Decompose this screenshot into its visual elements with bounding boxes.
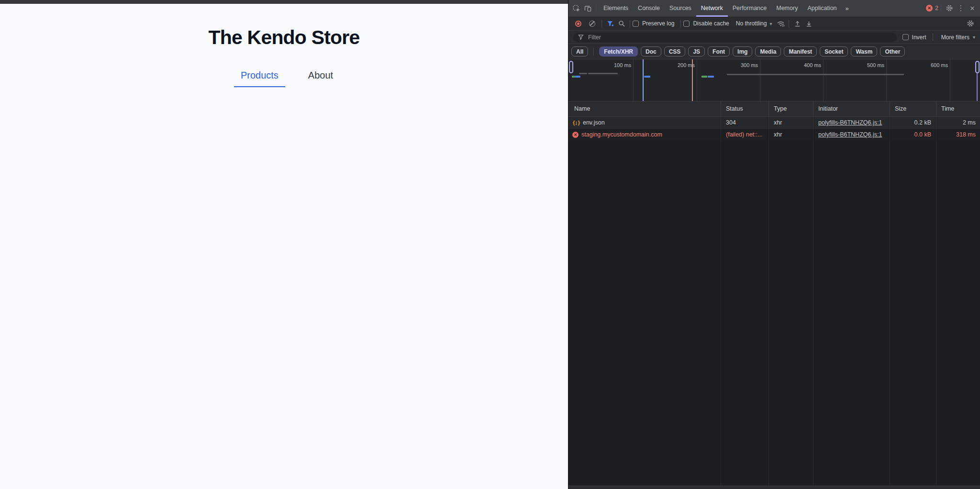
devtools-tab-elements[interactable]: Elements bbox=[599, 0, 633, 17]
chip-css[interactable]: CSS bbox=[664, 46, 686, 57]
request-row-env-json[interactable]: {;} env.json 304 xhr polyfills-B6TNHZQ6.… bbox=[568, 117, 980, 129]
chip-other[interactable]: Other bbox=[880, 46, 905, 57]
devtools-tab-performance[interactable]: Performance bbox=[728, 0, 772, 17]
column-header-time[interactable]: Time bbox=[936, 102, 980, 116]
network-timeline-overview[interactable]: 100 ms 200 ms 300 ms 400 ms 500 ms 600 m… bbox=[568, 59, 980, 102]
request-status: 304 bbox=[721, 117, 768, 129]
chip-doc[interactable]: Doc bbox=[641, 46, 661, 57]
column-header-type[interactable]: Type bbox=[768, 102, 813, 116]
inspect-element-icon[interactable] bbox=[570, 2, 582, 14]
divider bbox=[601, 20, 602, 27]
page-top-strip bbox=[0, 0, 568, 4]
devtools-tab-network[interactable]: Network bbox=[696, 0, 728, 17]
request-status: (failed) net::... bbox=[721, 129, 768, 141]
overview-right-grip-tail bbox=[977, 73, 978, 101]
request-name: staging.mycustomdomain.com bbox=[581, 129, 662, 141]
device-toolbar-icon[interactable] bbox=[582, 2, 593, 14]
column-header-initiator[interactable]: Initiator bbox=[813, 102, 890, 116]
column-header-status[interactable]: Status bbox=[721, 102, 768, 116]
chip-media[interactable]: Media bbox=[755, 46, 781, 57]
network-conditions-icon[interactable] bbox=[775, 18, 786, 29]
column-header-name[interactable]: Name bbox=[568, 102, 721, 116]
kebab-menu-icon[interactable]: ⋮ bbox=[955, 2, 967, 14]
error-circle-icon: ✕ bbox=[926, 5, 933, 11]
import-har-icon[interactable] bbox=[791, 18, 803, 29]
request-name-cell[interactable]: {;} env.json bbox=[568, 117, 721, 129]
initiator-link[interactable]: polyfills-B6TNHZQ6.js:1 bbox=[818, 119, 882, 126]
throttling-value: No throttling bbox=[736, 20, 767, 27]
chip-js[interactable]: JS bbox=[688, 46, 705, 57]
close-devtools-icon[interactable]: ✕ bbox=[967, 2, 978, 14]
network-settings-gear-icon[interactable] bbox=[965, 18, 976, 29]
request-name: env.json bbox=[583, 117, 605, 129]
devtools-tab-memory[interactable]: Memory bbox=[771, 0, 802, 17]
chip-fetch-xhr[interactable]: Fetch/XHR bbox=[599, 46, 638, 57]
tick-500ms: 500 ms bbox=[858, 62, 884, 68]
settings-gear-icon[interactable] bbox=[944, 2, 955, 14]
divider bbox=[630, 20, 630, 27]
invert-checkbox[interactable] bbox=[902, 34, 909, 40]
request-name-cell[interactable]: ✕ staging.mycustomdomain.com bbox=[568, 129, 721, 141]
waterfall-blue-bar bbox=[644, 76, 650, 78]
clear-network-log-icon[interactable] bbox=[589, 21, 595, 27]
tick-400ms: 400 ms bbox=[794, 62, 821, 68]
chip-img[interactable]: Img bbox=[733, 46, 752, 57]
json-file-icon: {;} bbox=[572, 117, 580, 129]
invert-label: Invert bbox=[912, 34, 926, 41]
chip-font[interactable]: Font bbox=[708, 46, 730, 57]
devtools-tabbar: Elements Console Sources Network Perform… bbox=[568, 0, 980, 17]
request-type: xhr bbox=[768, 117, 813, 129]
initiator-link[interactable]: polyfills-B6TNHZQ6.js:1 bbox=[818, 131, 882, 138]
load-event-marker bbox=[692, 59, 693, 101]
request-error-icon: ✕ bbox=[572, 132, 579, 138]
column-separator bbox=[936, 141, 936, 486]
more-panels-icon[interactable]: » bbox=[842, 5, 852, 12]
preserve-log-checkbox[interactable] bbox=[633, 21, 639, 27]
request-type-filter-chips: All Fetch/XHR Doc CSS JS Font Img Media … bbox=[568, 44, 980, 59]
waterfall-wait-bar bbox=[579, 73, 587, 74]
web-page: The Kendo Store Products About bbox=[0, 0, 568, 489]
devtools-tab-application[interactable]: Application bbox=[802, 0, 841, 17]
request-row-staging-mycustomdomain[interactable]: ✕ staging.mycustomdomain.com (failed) ne… bbox=[568, 129, 980, 141]
export-har-icon[interactable] bbox=[803, 18, 814, 29]
site-nav: Products About bbox=[0, 70, 568, 87]
record-network-log-icon[interactable] bbox=[575, 21, 581, 27]
search-icon[interactable] bbox=[616, 18, 627, 29]
overview-left-grip[interactable] bbox=[569, 61, 573, 73]
page-title: The Kendo Store bbox=[0, 26, 568, 49]
tab-products[interactable]: Products bbox=[234, 70, 285, 87]
request-time: 318 ms bbox=[936, 129, 980, 141]
divider bbox=[596, 4, 596, 12]
chip-wasm[interactable]: Wasm bbox=[851, 46, 877, 57]
gridline-500ms bbox=[886, 59, 887, 101]
filter-toggle-icon[interactable] bbox=[604, 18, 616, 29]
disable-cache-checkbox[interactable] bbox=[683, 21, 690, 27]
more-filters-dropdown[interactable]: More filters ▾ bbox=[941, 34, 975, 41]
devtools-tab-sources[interactable]: Sources bbox=[665, 0, 696, 17]
devtools-tab-console[interactable]: Console bbox=[633, 0, 665, 17]
tick-100ms: 100 ms bbox=[604, 62, 631, 68]
console-error-badge[interactable]: ✕ 2 bbox=[926, 5, 938, 11]
overview-right-grip[interactable] bbox=[975, 61, 980, 73]
requests-table-header: Name Status Type Initiator Size Time bbox=[568, 102, 980, 117]
requests-table-empty-area bbox=[568, 141, 980, 486]
request-size: 0.2 kB bbox=[890, 117, 936, 129]
column-header-size[interactable]: Size bbox=[890, 102, 936, 116]
filter-input[interactable]: Filter bbox=[573, 33, 897, 42]
dom-content-loaded-marker bbox=[643, 59, 644, 101]
tick-200ms: 200 ms bbox=[668, 62, 695, 68]
request-time: 2 ms bbox=[936, 117, 980, 129]
tick-600ms: 600 ms bbox=[921, 62, 948, 68]
chevron-down-icon: ▾ bbox=[973, 34, 975, 40]
chip-socket[interactable]: Socket bbox=[820, 46, 848, 57]
divider bbox=[789, 20, 789, 27]
preserve-log-label: Preserve log bbox=[642, 20, 674, 27]
network-filter-bar: Filter Invert More filters ▾ bbox=[568, 31, 980, 44]
throttling-dropdown[interactable]: No throttling ▾ bbox=[736, 20, 772, 27]
tick-300ms: 300 ms bbox=[731, 62, 758, 68]
chip-all[interactable]: All bbox=[571, 46, 588, 57]
invert-filter[interactable]: Invert bbox=[902, 34, 930, 41]
tab-about[interactable]: About bbox=[307, 70, 334, 87]
filter-funnel-icon bbox=[578, 34, 584, 40]
chip-manifest[interactable]: Manifest bbox=[784, 46, 817, 57]
